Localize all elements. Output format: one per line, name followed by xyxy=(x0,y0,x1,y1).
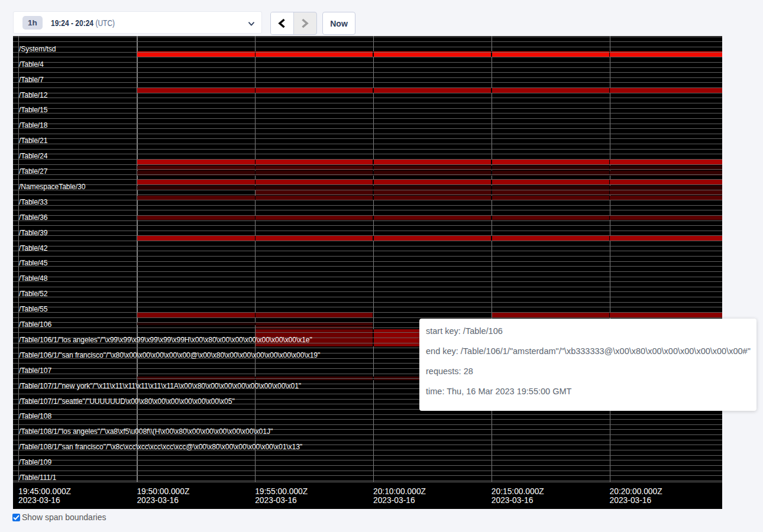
svg-text:/Table/108: /Table/108 xyxy=(19,412,51,420)
svg-text:2023-03-16: 2023-03-16 xyxy=(610,496,652,505)
svg-text:/Table/42: /Table/42 xyxy=(19,244,48,252)
svg-text:/Table/109: /Table/109 xyxy=(19,458,51,466)
svg-text:2023-03-16: 2023-03-16 xyxy=(373,496,415,505)
svg-text:/Table/52: /Table/52 xyxy=(19,290,48,298)
svg-text:19:55:00.000Z: 19:55:00.000Z xyxy=(255,487,308,496)
svg-text:/Table/39: /Table/39 xyxy=(19,229,48,237)
svg-text:2023-03-16: 2023-03-16 xyxy=(492,496,534,505)
svg-text:/Table/48: /Table/48 xyxy=(19,274,48,283)
svg-text:/Table/27: /Table/27 xyxy=(19,167,48,176)
svg-text:/Table/108/1/"los angeles"/"\x: /Table/108/1/"los angeles"/"\xa8\xf5\u00… xyxy=(19,427,273,436)
svg-text:/NamespaceTable/30: /NamespaceTable/30 xyxy=(19,183,86,191)
svg-text:/Table/18: /Table/18 xyxy=(19,121,48,129)
svg-text:/Table/21: /Table/21 xyxy=(19,137,48,145)
svg-text:/Table/36: /Table/36 xyxy=(19,213,48,222)
svg-text:19:45:00.000Z: 19:45:00.000Z xyxy=(18,487,71,496)
svg-text:/Table/107: /Table/107 xyxy=(19,366,51,375)
svg-text:/Table/106: /Table/106 xyxy=(19,320,51,329)
svg-text:/Table/24: /Table/24 xyxy=(19,152,48,160)
svg-text:/Table/55: /Table/55 xyxy=(19,305,48,313)
svg-text:/Table/108/1/"san francisco"/": /Table/108/1/"san francisco"/"\x8c\xcc\x… xyxy=(19,443,302,451)
svg-text:/Table/33: /Table/33 xyxy=(19,198,48,206)
svg-text:2023-03-16: 2023-03-16 xyxy=(255,496,297,505)
svg-text:/Table/106/1/"san francisco"/": /Table/106/1/"san francisco"/"\x80\x00\x… xyxy=(19,351,320,359)
svg-text:20:20:00.000Z: 20:20:00.000Z xyxy=(610,487,662,496)
svg-text:20:10:00.000Z: 20:10:00.000Z xyxy=(373,487,426,496)
svg-text:/Table/15: /Table/15 xyxy=(19,106,48,114)
svg-text:/Table/12: /Table/12 xyxy=(19,91,48,99)
svg-text:/Table/107/1/"seattle"/"UUUUUU: /Table/107/1/"seattle"/"UUUUUUD\x00\x80\… xyxy=(19,397,235,406)
svg-text:/Table/111/1: /Table/111/1 xyxy=(19,473,56,482)
svg-text:/Table/7: /Table/7 xyxy=(19,76,44,84)
svg-text:/Table/4: /Table/4 xyxy=(19,60,44,69)
svg-text:2023-03-16: 2023-03-16 xyxy=(137,496,179,505)
svg-text:/Table/106/1/"los angeles"/"\x: /Table/106/1/"los angeles"/"\x99\x99\x99… xyxy=(19,336,312,344)
svg-text:/Table/45: /Table/45 xyxy=(19,259,48,267)
svg-text:19:50:00.000Z: 19:50:00.000Z xyxy=(137,487,189,496)
svg-text:2023-03-16: 2023-03-16 xyxy=(18,496,60,505)
svg-text:/Table/107/1/"new york"/"\x11\: /Table/107/1/"new york"/"\x11\x11\x11\x1… xyxy=(19,382,301,390)
svg-text:/System/tsd: /System/tsd xyxy=(19,45,56,53)
svg-text:20:15:00.000Z: 20:15:00.000Z xyxy=(492,487,544,496)
